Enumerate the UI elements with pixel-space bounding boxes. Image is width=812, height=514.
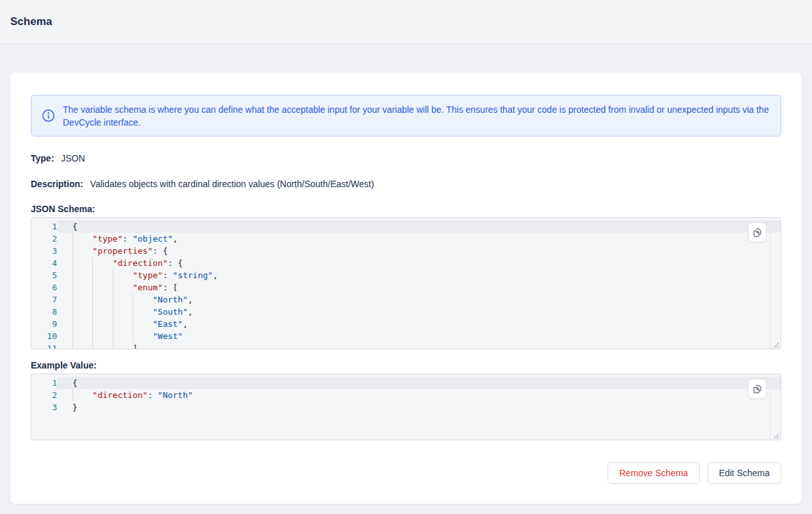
type-field: Type: JSON — [31, 153, 781, 165]
code-line: 11 ] — [31, 342, 781, 349]
copy-icon — [752, 227, 763, 238]
type-label: Type: — [31, 153, 54, 163]
copy-icon — [752, 383, 763, 394]
editor-scrollbar[interactable] — [770, 218, 770, 349]
code-line: 9 "East", — [31, 318, 781, 330]
code-line: 7 "North", — [31, 294, 781, 306]
example-value-label: Example Value: — [31, 360, 781, 370]
code-line: 3 "properties": { — [31, 245, 781, 257]
code-line: 1{ — [31, 220, 781, 233]
description-field: Description: Validates objects with card… — [31, 178, 781, 190]
code-line: 1{ — [31, 377, 781, 389]
info-alert: The variable schema is where you can def… — [31, 95, 781, 137]
code-line: 8 "South", — [31, 306, 781, 318]
editor-scrollbar[interactable] — [770, 374, 770, 440]
info-circle-icon — [42, 109, 55, 122]
code-line: 10 "West" — [31, 330, 781, 342]
json-schema-code[interactable]: 1{2 "type": "object",3 "properties": {4 … — [31, 218, 781, 349]
description-label: Description: — [31, 179, 83, 189]
footer-actions: Remove Schema Edit Schema — [31, 462, 781, 484]
code-line: 6 "enum": [ — [31, 281, 781, 294]
json-schema-editor[interactable]: 1{2 "type": "object",3 "properties": {4 … — [31, 217, 781, 349]
code-line: 2 "direction": "North" — [31, 389, 781, 401]
resize-grip-icon[interactable] — [772, 340, 780, 348]
code-line: 4 "direction": { — [31, 257, 781, 269]
code-line: 5 "type": "string", — [31, 269, 781, 281]
example-value-code[interactable]: 1{2 "direction": "North"3} — [31, 374, 781, 413]
page-title: Schema — [10, 15, 52, 28]
example-value-editor[interactable]: 1{2 "direction": "North"3} — [31, 374, 781, 440]
code-line: 3} — [31, 401, 781, 413]
copy-button[interactable] — [748, 222, 766, 242]
resize-grip-icon[interactable] — [772, 431, 780, 439]
copy-button[interactable] — [748, 379, 766, 399]
type-value: JSON — [61, 153, 85, 163]
json-schema-label: JSON Schema: — [31, 204, 781, 214]
code-line: 2 "type": "object", — [31, 233, 781, 245]
schema-card: The variable schema is where you can def… — [10, 72, 802, 504]
page-header: Schema — [0, 0, 812, 44]
description-value: Validates objects with cardinal directio… — [90, 179, 374, 189]
remove-schema-button[interactable]: Remove Schema — [608, 462, 699, 484]
info-alert-text: The variable schema is where you can def… — [63, 103, 770, 129]
edit-schema-button[interactable]: Edit Schema — [708, 462, 781, 484]
